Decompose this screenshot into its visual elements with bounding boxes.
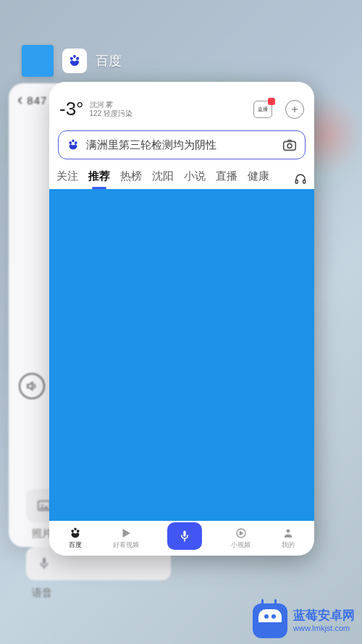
svg-rect-2 (43, 558, 46, 564)
play-icon (117, 527, 135, 540)
weather-bar: -3° 沈河 雾 122 轻度污染 直播 (49, 82, 314, 129)
nav-home[interactable]: 百度 (67, 527, 84, 550)
svg-point-14 (77, 530, 80, 532)
svg-rect-9 (284, 141, 296, 150)
play-circle-icon (232, 527, 250, 540)
nav-voice-button[interactable] (167, 522, 202, 550)
camera-icon (282, 137, 298, 153)
svg-point-7 (75, 141, 77, 144)
tab-shenyang[interactable]: 沈阳 (152, 168, 174, 189)
svg-point-13 (71, 530, 74, 532)
back-voice-label: 语音 (32, 587, 52, 600)
chevron-left-icon[interactable]: ‹ (17, 91, 22, 109)
headphones-icon (294, 172, 307, 185)
bottom-nav: 百度 好看视频 小视频 我的 (49, 521, 314, 556)
search-placeholder: 满洲里第三轮检测均为阴性 (86, 138, 276, 152)
feed-tabs: 关注 推荐 热榜 沈阳 小说 直播 健康 (49, 167, 314, 189)
live-button[interactable]: 直播 (253, 101, 272, 118)
tab-live[interactable]: 直播 (216, 168, 237, 189)
back-card-title: 847 (27, 94, 47, 106)
paw-icon (67, 527, 84, 540)
svg-point-4 (76, 57, 79, 60)
tab-hot[interactable]: 热榜 (120, 168, 142, 189)
recent-app-card-front[interactable]: -3° 沈河 雾 122 轻度污染 直播 满洲里第三轮检测均为阴性 (49, 82, 314, 556)
svg-point-10 (287, 143, 292, 148)
temperature[interactable]: -3° (59, 98, 84, 120)
nav-video[interactable]: 好看视频 (113, 527, 139, 550)
recent-app-thumb (22, 45, 54, 77)
watermark-url: www.lmkjst.com (293, 624, 355, 633)
plus-icon (290, 104, 300, 114)
person-icon (279, 527, 297, 540)
watermark-logo-icon (253, 603, 287, 638)
microphone-icon (35, 556, 54, 572)
svg-point-6 (69, 141, 72, 144)
search-input[interactable]: 满洲里第三轮检测均为阴性 (58, 130, 306, 159)
nav-profile-label: 我的 (282, 540, 295, 550)
speaker-icon[interactable] (19, 373, 45, 399)
nav-short-video[interactable]: 小视频 (231, 527, 251, 550)
svg-rect-16 (184, 531, 186, 537)
watermark: 蓝莓安卓网 www.lmkjst.com (253, 603, 355, 638)
nav-short-video-label: 小视频 (231, 540, 251, 550)
notification-badge-icon (268, 98, 275, 105)
baidu-logo-icon (66, 138, 80, 152)
audio-button[interactable] (294, 172, 307, 185)
weather-location: 沈河 雾 (90, 101, 132, 109)
svg-point-5 (73, 55, 76, 58)
watermark-title: 蓝莓安卓网 (293, 609, 355, 623)
app-name-label: 百度 (96, 52, 122, 70)
svg-point-3 (70, 57, 73, 60)
camera-search-button[interactable] (282, 137, 298, 153)
add-button[interactable] (285, 100, 304, 119)
svg-rect-11 (295, 180, 298, 183)
recent-app-header: 百度 (22, 45, 122, 77)
svg-point-15 (74, 527, 76, 530)
tab-health[interactable]: 健康 (248, 168, 269, 189)
weather-aqi: 122 轻度污染 (90, 109, 132, 118)
tab-novel[interactable]: 小说 (184, 168, 206, 189)
weather-details[interactable]: 沈河 雾 122 轻度污染 (90, 101, 132, 118)
nav-profile[interactable]: 我的 (279, 527, 297, 550)
baidu-app-icon (62, 49, 87, 73)
microphone-icon (177, 529, 192, 543)
svg-point-18 (287, 530, 290, 533)
tab-follow[interactable]: 关注 (56, 168, 78, 189)
tab-recommend[interactable]: 推荐 (88, 168, 110, 189)
live-button-label: 直播 (258, 106, 268, 113)
svg-point-1 (41, 504, 43, 506)
svg-rect-12 (303, 180, 306, 183)
nav-home-label: 百度 (69, 540, 82, 550)
feed-content[interactable] (49, 189, 314, 521)
nav-video-label: 好看视频 (113, 540, 139, 550)
svg-point-8 (72, 139, 74, 142)
